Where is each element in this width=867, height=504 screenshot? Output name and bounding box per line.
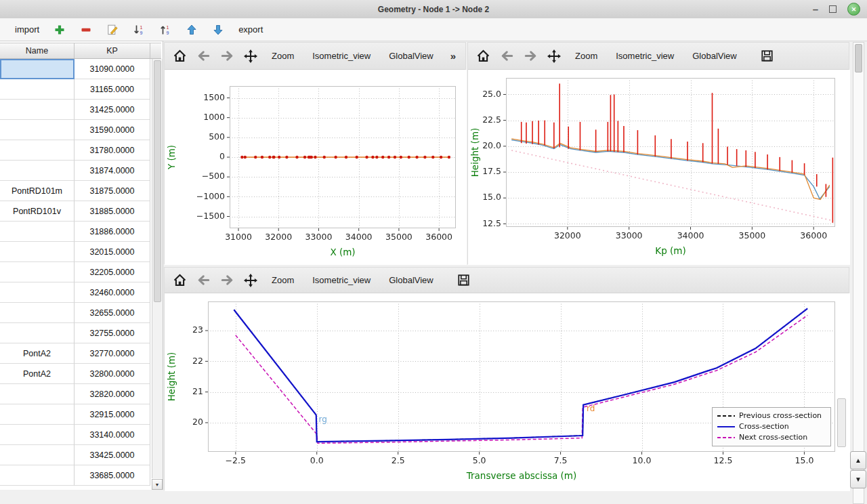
import-button[interactable]: import xyxy=(12,23,42,36)
kp-cell[interactable]: 32755.0000 xyxy=(75,323,150,343)
home-button[interactable] xyxy=(170,271,189,290)
kp-cell[interactable]: 31425.0000 xyxy=(75,100,150,120)
name-cell[interactable] xyxy=(0,140,75,161)
table-row[interactable]: 32205.0000 xyxy=(0,262,150,282)
forward-button[interactable] xyxy=(217,271,236,290)
name-cell[interactable] xyxy=(0,100,75,120)
cross-section-canvas[interactable] xyxy=(165,293,850,491)
save-figure-button[interactable] xyxy=(758,47,777,66)
table-row[interactable]: 31590.0000 xyxy=(0,120,150,140)
table-row[interactable]: 31165.0000 xyxy=(0,79,150,100)
bottom-panel-scrollbar[interactable] xyxy=(837,398,846,447)
kp-cell[interactable]: 32770.0000 xyxy=(75,343,150,364)
pan-button[interactable] xyxy=(545,47,564,66)
isometric-view-button[interactable]: Isometric_view xyxy=(305,271,377,289)
kp-cell[interactable]: 33685.0000 xyxy=(75,465,150,486)
table-row[interactable]: 32820.0000 xyxy=(0,384,150,404)
toolbar-overflow-button[interactable]: » xyxy=(446,50,460,62)
table-row[interactable]: 32655.0000 xyxy=(0,303,150,323)
kp-cell[interactable]: 32460.0000 xyxy=(75,282,150,303)
table-row[interactable]: PontA232800.0000 xyxy=(0,364,150,384)
scroll-down-button[interactable]: ▼ xyxy=(850,470,866,488)
sort-descending-button[interactable]: 19 xyxy=(130,21,148,39)
name-cell[interactable]: PontA2 xyxy=(0,343,75,364)
forward-button[interactable] xyxy=(521,47,540,66)
kp-cell[interactable]: 31090.0000 xyxy=(75,59,150,79)
name-cell[interactable]: PontRD101v xyxy=(0,201,75,222)
kp-cell[interactable]: 31590.0000 xyxy=(75,120,150,140)
profile-view-canvas[interactable] xyxy=(468,70,850,265)
kp-cell[interactable]: 31885.0000 xyxy=(75,201,150,222)
name-cell[interactable]: PontRD101m xyxy=(0,181,75,201)
isometric-view-button[interactable]: Isometric_view xyxy=(305,47,377,65)
name-cell[interactable] xyxy=(0,262,75,282)
column-header-kp[interactable]: KP xyxy=(75,43,150,58)
main-scrollbar[interactable] xyxy=(853,42,864,504)
kp-cell[interactable]: 32205.0000 xyxy=(75,262,150,282)
forward-button[interactable] xyxy=(217,47,236,66)
kp-cell[interactable]: 33140.0000 xyxy=(75,425,150,445)
home-button[interactable] xyxy=(473,47,492,66)
kp-cell[interactable]: 31874.0000 xyxy=(75,161,150,181)
minimize-button[interactable]: – xyxy=(813,6,818,13)
table-row[interactable]: 32915.0000 xyxy=(0,404,150,425)
kp-cell[interactable]: 31875.0000 xyxy=(75,181,150,201)
move-down-button[interactable] xyxy=(209,21,227,39)
kp-cell[interactable]: 32800.0000 xyxy=(75,364,150,384)
name-cell[interactable] xyxy=(0,404,75,425)
back-button[interactable] xyxy=(194,47,213,66)
table-row[interactable]: 32460.0000 xyxy=(0,282,150,303)
isometric-view-button[interactable]: Isometric_view xyxy=(609,47,681,65)
table-row[interactable]: PontRD101v31885.0000 xyxy=(0,201,150,222)
table-row[interactable]: 31090.0000 xyxy=(0,59,150,79)
table-row[interactable]: 31780.0000 xyxy=(0,140,150,161)
name-cell[interactable] xyxy=(0,161,75,181)
add-row-button[interactable] xyxy=(51,21,68,39)
kp-cell[interactable]: 31886.0000 xyxy=(75,222,150,242)
kp-cell[interactable]: 32655.0000 xyxy=(75,303,150,323)
kp-cell[interactable]: 32820.0000 xyxy=(75,384,150,404)
name-cell[interactable] xyxy=(0,59,75,79)
table-row[interactable]: 33140.0000 xyxy=(0,425,150,445)
table-row[interactable]: 31874.0000 xyxy=(0,161,150,181)
zoom-button[interactable]: Zoom xyxy=(568,47,604,65)
export-button[interactable]: export xyxy=(236,23,266,36)
pan-button[interactable] xyxy=(241,47,260,66)
name-cell[interactable] xyxy=(0,242,75,262)
name-cell[interactable] xyxy=(0,384,75,404)
zoom-button[interactable]: Zoom xyxy=(265,271,301,289)
name-cell[interactable] xyxy=(0,282,75,303)
sort-ascending-button[interactable]: 19 xyxy=(156,21,174,39)
kp-cell[interactable]: 31780.0000 xyxy=(75,140,150,161)
table-row[interactable]: PontRD101m31875.0000 xyxy=(0,181,150,201)
table-row[interactable]: 33425.0000 xyxy=(0,445,150,465)
pan-button[interactable] xyxy=(241,271,260,290)
main-scrollbar-thumb[interactable] xyxy=(855,44,862,72)
name-cell[interactable] xyxy=(0,425,75,445)
kp-cell[interactable]: 31165.0000 xyxy=(75,79,150,100)
global-view-button[interactable]: GlobalView xyxy=(685,47,744,65)
table-row[interactable]: 32755.0000 xyxy=(0,323,150,343)
name-cell[interactable] xyxy=(0,79,75,100)
zoom-button[interactable]: Zoom xyxy=(265,47,301,65)
name-cell[interactable] xyxy=(0,445,75,465)
name-cell[interactable]: PontA2 xyxy=(0,364,75,384)
back-button[interactable] xyxy=(497,47,516,66)
home-button[interactable] xyxy=(170,47,189,66)
global-view-button[interactable]: GlobalView xyxy=(382,271,440,289)
edit-button[interactable] xyxy=(104,21,121,39)
table-row[interactable]: 31886.0000 xyxy=(0,222,150,242)
kp-cell[interactable]: 32915.0000 xyxy=(75,404,150,425)
table-scrollbar-thumb[interactable] xyxy=(154,60,161,302)
move-up-button[interactable] xyxy=(183,21,200,39)
name-cell[interactable] xyxy=(0,323,75,343)
global-view-button[interactable]: GlobalView xyxy=(382,47,440,65)
save-figure-button[interactable] xyxy=(454,271,473,290)
name-cell[interactable] xyxy=(0,120,75,140)
scroll-up-button[interactable]: ▲ xyxy=(850,451,866,469)
name-cell[interactable] xyxy=(0,303,75,323)
name-cell[interactable] xyxy=(0,465,75,486)
name-cell[interactable] xyxy=(0,222,75,242)
plan-view-canvas[interactable] xyxy=(165,70,467,265)
table-scroll-down-button[interactable]: ▼ xyxy=(152,479,163,490)
